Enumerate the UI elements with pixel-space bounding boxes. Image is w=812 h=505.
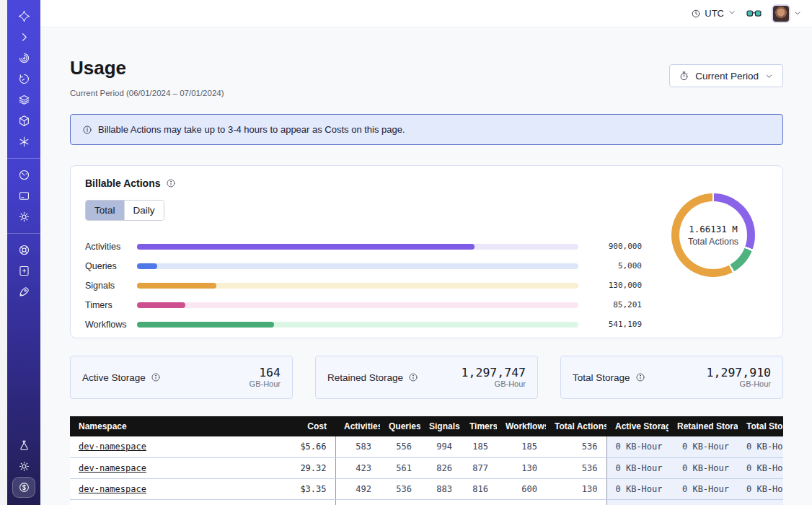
table-cell (497, 499, 546, 505)
retained-storage-card: Retained Storage 1,297,747 GB-Hour (315, 356, 538, 399)
bar-fill (137, 263, 157, 269)
table-row (70, 499, 783, 505)
total-storage-label-text: Total Storage (573, 372, 630, 383)
table-cell (380, 499, 420, 505)
active-storage-card: Active Storage 164 GB-Hour (70, 356, 293, 399)
bar-value: 5,000 (590, 261, 642, 271)
storage-cards: Active Storage 164 GB-Hour Retained Stor… (70, 356, 783, 399)
clock-icon (691, 9, 701, 19)
total-actions-donut-chart: 1.66131 M Total Actions (671, 193, 755, 277)
bar-track (137, 302, 578, 308)
column-header-workflows: Workflows (497, 416, 546, 436)
table-cell: 130 (546, 478, 606, 499)
getting-started-rocket-icon[interactable] (12, 281, 35, 302)
settings-gear-icon[interactable] (12, 206, 35, 227)
banner-text: Billable Actions may take up to 3-4 hour… (98, 124, 405, 135)
table-cell: $5.66 (263, 436, 335, 457)
column-header-signals: Signals (420, 416, 461, 436)
table-cell: 423 (335, 457, 380, 478)
bar-fill (137, 244, 475, 250)
active-storage-label-text: Active Storage (82, 372, 146, 383)
window-gutter (0, 0, 7, 505)
donut-total-value: 1.66131 M (689, 224, 738, 234)
table-cell: 0 KB-Hour (668, 478, 738, 499)
total-storage-unit: GB-Hour (707, 379, 771, 388)
donut-total-label: Total Actions (688, 237, 738, 247)
billing-card-icon[interactable] (12, 185, 35, 206)
feedback-glasses-icon[interactable] (746, 8, 762, 19)
table-cell: 883 (420, 478, 461, 499)
active-storage-unit: GB-Hour (250, 379, 281, 388)
current-period-button[interactable]: Current Period (669, 64, 783, 87)
bar-track (137, 283, 578, 289)
table-cell: 0 KB-Hour (606, 436, 668, 457)
schedules-clock-icon[interactable] (12, 69, 35, 89)
retained-storage-value: 1,297,747 (462, 366, 526, 379)
table-cell: 826 (420, 457, 461, 478)
namespace-link[interactable]: dev-namespace (79, 484, 146, 494)
sidebar (7, 0, 40, 505)
billable-actions-card: Billable Actions TotalDaily Activities90… (70, 165, 783, 338)
layers-icon[interactable] (12, 89, 35, 110)
info-icon (82, 125, 92, 135)
usage-gauge-icon[interactable] (12, 164, 35, 185)
bar-value: 541,109 (590, 320, 642, 329)
namespace-link[interactable]: dev-namespace (79, 442, 146, 452)
expand-sidebar-chevron-icon[interactable] (12, 27, 35, 48)
info-icon[interactable] (635, 372, 645, 382)
table-cell: dev-namespace (70, 478, 263, 499)
current-period-label: Current Period (695, 71, 759, 82)
info-icon[interactable] (166, 178, 176, 188)
sidebar-divider (7, 158, 40, 159)
column-header-active-storage: Active Storage (606, 416, 668, 436)
table-row: dev-namespace29.324235618268771305360 KB… (70, 457, 783, 478)
info-icon[interactable] (408, 372, 418, 382)
temporal-logo-icon[interactable] (12, 6, 35, 27)
table-cell: 536 (546, 457, 606, 478)
billable-actions-title-text: Billable Actions (85, 177, 161, 189)
namespaces-spiral-icon[interactable] (12, 48, 35, 69)
namespace-link[interactable]: dev-namespace (79, 463, 146, 473)
table-cell (606, 499, 668, 505)
usage-billing-dollar-icon[interactable] (12, 477, 35, 498)
avatar-photo (773, 6, 789, 22)
table-row: dev-namespace$5.665835569941851855360 KB… (70, 436, 783, 457)
table-cell: 556 (380, 436, 420, 457)
user-menu[interactable] (772, 4, 802, 23)
table-body: dev-namespace$5.665835569941851855360 KB… (70, 436, 783, 505)
cube-icon[interactable] (12, 110, 35, 131)
bar-value: 130,000 (590, 281, 642, 290)
chevron-down-icon (728, 8, 736, 19)
bar-fill (137, 302, 185, 308)
tab-daily[interactable]: Daily (124, 201, 164, 220)
active-storage-value: 164 (250, 366, 281, 379)
retained-storage-label: Retained Storage (327, 372, 418, 383)
support-lifebuoy-icon[interactable] (12, 240, 35, 260)
stopwatch-icon (679, 71, 689, 82)
table-cell: 583 (335, 436, 380, 457)
billable-bar-row-signals: Signals130,000 (85, 276, 642, 295)
info-icon[interactable] (151, 372, 161, 382)
table-cell (263, 499, 335, 505)
column-header-cost: Cost (263, 416, 335, 436)
nexus-asterisk-icon[interactable] (12, 131, 35, 152)
namespace-usage-table: NamespaceCostActivitiesQueriesSignalsTim… (70, 416, 783, 505)
bar-label: Workflows (85, 320, 133, 330)
page-title: Usage (70, 57, 126, 79)
table-cell: 994 (420, 436, 461, 457)
labs-flask-icon[interactable] (12, 435, 35, 456)
main-content: Usage Current Period (06/01/2024 – 07/01… (40, 28, 812, 505)
docs-book-plus-icon[interactable] (12, 260, 35, 281)
active-storage-label: Active Storage (82, 372, 161, 383)
chevron-down-icon (764, 71, 774, 81)
bar-fill (137, 283, 216, 289)
table-cell: 0 KB-Hour (738, 436, 783, 457)
tab-total[interactable]: Total (86, 201, 124, 220)
table-cell: 816 (461, 478, 497, 499)
page-subtitle: Current Period (06/01/2024 – 07/01/2024) (70, 89, 224, 97)
total-storage-value: 1,297,910 (707, 366, 771, 379)
table-cell: 0 KB-Hour (738, 457, 783, 478)
billable-bar-row-workflows: Workflows541,109 (85, 315, 642, 334)
theme-sun-icon[interactable] (12, 456, 35, 477)
timezone-dropdown[interactable]: UTC (691, 8, 736, 19)
